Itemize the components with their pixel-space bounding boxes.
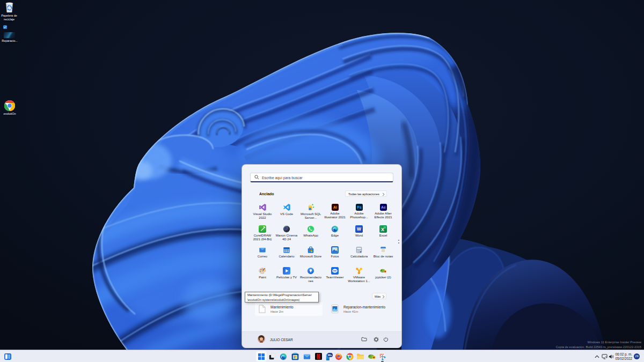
svg-text:W: W [357, 226, 361, 232]
svg-text:Ps: Ps [357, 205, 362, 209]
svg-text:99+: 99+ [328, 353, 332, 356]
svg-text:X: X [381, 227, 384, 232]
svg-text:Ae: Ae [381, 205, 386, 209]
svg-text:Ai: Ai [333, 205, 337, 209]
